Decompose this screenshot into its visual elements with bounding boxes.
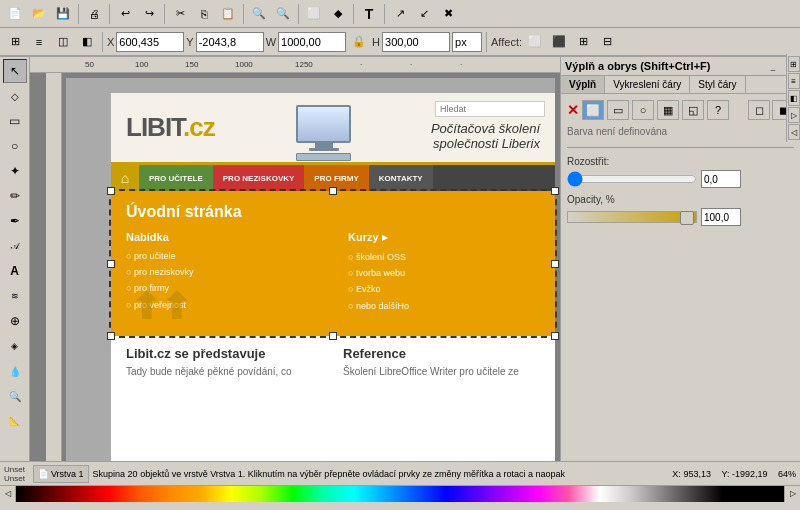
ungroup-btn[interactable]: ◧ <box>76 31 98 53</box>
unknown-icon[interactable]: ? <box>707 100 729 120</box>
x-coord-input[interactable] <box>116 32 184 52</box>
strip-btn4[interactable]: ▷ <box>788 107 800 123</box>
affect-btn3[interactable]: ⊞ <box>572 31 594 53</box>
select-tool[interactable]: ↖ <box>3 59 27 83</box>
copy-btn[interactable]: ⎘ <box>193 3 215 25</box>
w-coord-input[interactable] <box>278 32 346 52</box>
panel-separator <box>567 147 794 148</box>
cut-btn[interactable]: ✂ <box>169 3 191 25</box>
sep1 <box>78 4 79 24</box>
nav-item-contacts[interactable]: KONTAKTY <box>369 165 433 191</box>
affect-btn1[interactable]: ⬜ <box>524 31 546 53</box>
rect-tool[interactable]: ▭ <box>3 109 27 133</box>
h-coord-input[interactable] <box>382 32 450 52</box>
undo-btn[interactable]: ↩ <box>114 3 136 25</box>
spray-tool[interactable]: ≋ <box>3 284 27 308</box>
pencil-tool[interactable]: ✏ <box>3 184 27 208</box>
palette-scroll-left[interactable]: ◁ <box>0 486 16 502</box>
reference-title: Reference <box>343 346 540 361</box>
strip-btn3[interactable]: ◧ <box>788 90 800 106</box>
import-btn[interactable]: ↙ <box>413 3 435 25</box>
zoom-out-btn[interactable]: 🔍 <box>272 3 294 25</box>
distribute-btn[interactable]: ≡ <box>28 31 50 53</box>
affect-btn4[interactable]: ⊟ <box>596 31 618 53</box>
nabidka-item-2: ○ pro neziskovky <box>126 264 318 280</box>
strip-btn1[interactable]: ⊞ <box>788 56 800 72</box>
swatch-icon[interactable]: ◱ <box>682 100 704 120</box>
new-btn[interactable]: 📄 <box>4 3 26 25</box>
nav-home-btn[interactable]: ⌂ <box>111 165 139 191</box>
tagline-line1: Počítačová školení <box>431 121 540 136</box>
export-btn[interactable]: ↗ <box>389 3 411 25</box>
paste-btn[interactable]: 📋 <box>217 3 239 25</box>
kurzy-header: Kurzy ▸ <box>348 231 540 244</box>
nabidka-item-1: ○ pro učitele <box>126 248 318 264</box>
measure-tool[interactable]: 📐 <box>3 409 27 433</box>
text-tool-btn[interactable]: T <box>358 3 380 25</box>
linear-gradient-icon[interactable]: ▭ <box>607 100 629 120</box>
edit-fill-btn[interactable]: ◻ <box>748 100 770 120</box>
open-btn[interactable]: 📂 <box>28 3 50 25</box>
strip-btn2[interactable]: ≡ <box>788 73 800 89</box>
pen-tool[interactable]: ✒ <box>3 209 27 233</box>
select-btn[interactable]: ⬜ <box>303 3 325 25</box>
page-background: LIBIT.cz <box>66 78 555 461</box>
status-zoom: 64% <box>778 469 796 479</box>
panel-header: Výplň a obrys (Shift+Ctrl+F) _ ✖ <box>561 57 800 76</box>
arrow-decoration: ⬆⬆ <box>131 286 191 328</box>
nav-item-nonprofits[interactable]: PRO NEZISKOVKY <box>213 165 305 191</box>
group-btn[interactable]: ◫ <box>52 31 74 53</box>
no-fill-icon[interactable]: ✕ <box>567 102 579 118</box>
sep5 <box>298 4 299 24</box>
dropper-tool[interactable]: 💧 <box>3 359 27 383</box>
logo-text: LIBIT <box>126 112 183 142</box>
lock-btn[interactable]: 🔒 <box>348 31 370 53</box>
palette-scroll-right[interactable]: ▷ <box>784 486 800 502</box>
nav-item-teachers[interactable]: PRO UČITELE <box>139 165 213 191</box>
affect-label: Affect: <box>491 36 522 48</box>
pattern-icon[interactable]: ▦ <box>657 100 679 120</box>
close-btn[interactable]: ✖ <box>437 3 459 25</box>
site-search-input[interactable] <box>435 101 545 117</box>
opacity-value-input[interactable] <box>701 208 741 226</box>
circle-tool[interactable]: ○ <box>3 134 27 158</box>
zoom-tool[interactable]: 🔍 <box>3 384 27 408</box>
tab-vykresleni[interactable]: Vykreslení čáry <box>605 76 690 93</box>
affect-btn2[interactable]: ⬛ <box>548 31 570 53</box>
y-coord-input[interactable] <box>196 32 264 52</box>
status-x: X: 953,13 <box>672 469 711 479</box>
text-tool[interactable]: A <box>3 259 27 283</box>
unit-input[interactable] <box>452 32 482 52</box>
print-btn[interactable]: 🖨 <box>83 3 105 25</box>
opacity-slider-thumb[interactable] <box>680 211 694 225</box>
node-btn[interactable]: ◆ <box>327 3 349 25</box>
tab-styl[interactable]: Styl čáry <box>690 76 745 93</box>
color-palette[interactable] <box>16 486 784 502</box>
align-btn[interactable]: ⊞ <box>4 31 26 53</box>
callig-tool[interactable]: 𝒜 <box>3 234 27 258</box>
panel-tabs: Výplň Vykreslení čáry Styl čáry <box>561 76 800 94</box>
spread-row <box>567 170 794 188</box>
handle-ml[interactable] <box>107 260 115 268</box>
gradient-tool[interactable]: ◈ <box>3 334 27 358</box>
save-btn[interactable]: 💾 <box>52 3 74 25</box>
strip-btn5[interactable]: ◁ <box>788 124 800 140</box>
layer-selector[interactable]: 📄 Vrstva 1 <box>33 465 89 483</box>
handle-mr[interactable] <box>551 260 559 268</box>
node-tool[interactable]: ◇ <box>3 84 27 108</box>
redo-btn[interactable]: ↪ <box>138 3 160 25</box>
spread-slider[interactable] <box>567 171 697 187</box>
flat-color-icon[interactable]: ⬜ <box>582 100 604 120</box>
fill-tool[interactable]: ⊕ <box>3 309 27 333</box>
panel-minimize-btn[interactable]: _ <box>766 59 780 73</box>
sep3 <box>164 4 165 24</box>
kurzy-item-2: ○ tvorba webu <box>348 265 540 281</box>
spread-value-input[interactable] <box>701 170 741 188</box>
star-tool[interactable]: ✦ <box>3 159 27 183</box>
layer-label: Vrstva 1 <box>51 469 84 479</box>
nav-item-companies[interactable]: PRO FIRMY <box>304 165 368 191</box>
radial-gradient-icon[interactable]: ○ <box>632 100 654 120</box>
zoom-in-btn[interactable]: 🔍 <box>248 3 270 25</box>
logo-tld: .cz <box>183 112 215 142</box>
tab-vypln[interactable]: Výplň <box>561 76 605 93</box>
